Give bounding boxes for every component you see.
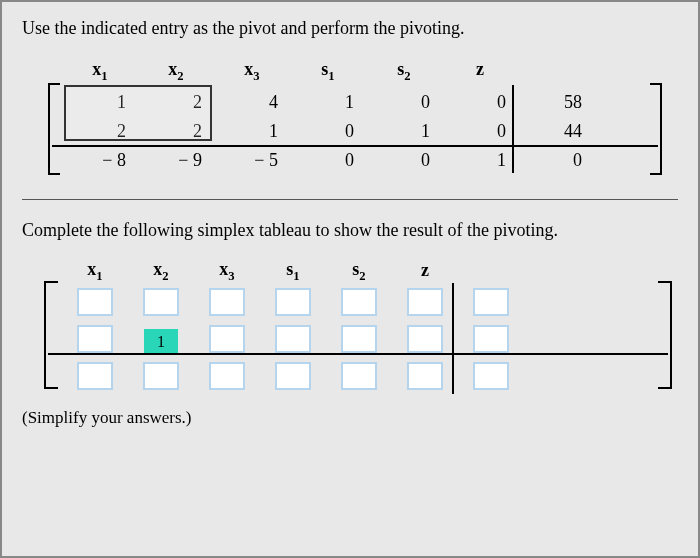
table-cell: 58: [518, 90, 594, 115]
section-divider: [22, 199, 678, 200]
answer-input-r2c2[interactable]: [210, 363, 244, 389]
z-column-separator: [452, 283, 454, 395]
answer-input-r2c5[interactable]: [408, 363, 442, 389]
table-cell: 0: [290, 119, 366, 144]
last-row-separator: [52, 145, 658, 147]
col-header-x3: x3: [194, 259, 260, 284]
answer-input-r0c1[interactable]: [144, 289, 178, 315]
answer-input-r2c6[interactable]: [474, 363, 508, 389]
col-header-x3: x3: [214, 57, 290, 86]
tableau-1: x1 x2 x3 s1 s2 z 1 2 4 1 0 0 58 2 2 1 0 …: [62, 57, 678, 173]
answer-input-r1c3[interactable]: [276, 326, 310, 352]
exercise-page: Use the indicated entry as the pivot and…: [0, 0, 700, 558]
answer-input-r0c6[interactable]: [474, 289, 508, 315]
answer-input-r0c3[interactable]: [276, 289, 310, 315]
col-header-s2: s2: [326, 259, 392, 284]
answer-input-r2c3[interactable]: [276, 363, 310, 389]
table-cell: 0: [366, 90, 442, 115]
col-header-s1: s1: [290, 57, 366, 86]
answer-input-r1c2[interactable]: [210, 326, 244, 352]
table-cell: 0: [366, 148, 442, 173]
pivot-cell: 2: [138, 119, 214, 144]
answer-input-r1c6[interactable]: [474, 326, 508, 352]
last-row-separator: [48, 353, 668, 355]
simplify-note: (Simplify your answers.): [22, 408, 678, 428]
tableau-2-grid: x1 x2 x3 s1 s2 z 1: [62, 259, 678, 395]
instruction-1: Use the indicated entry as the pivot and…: [22, 18, 678, 39]
col-header-rhs: [518, 57, 594, 86]
tableau-1-grid: x1 x2 x3 s1 s2 z 1 2 4 1 0 0 58 2 2 1 0 …: [62, 57, 678, 173]
table-cell: 44: [518, 119, 594, 144]
col-header-x1: x1: [62, 57, 138, 86]
table-cell: 0: [290, 148, 366, 173]
table-cell: 0: [518, 148, 594, 173]
col-header-z: z: [392, 260, 458, 281]
answer-input-r2c1[interactable]: [144, 363, 178, 389]
tableau-2: x1 x2 x3 s1 s2 z 1: [62, 259, 678, 395]
table-cell: 1: [366, 119, 442, 144]
table-cell: 1: [290, 90, 366, 115]
table-cell: 0: [442, 119, 518, 144]
table-cell: 1: [62, 90, 138, 115]
answer-input-r2c0[interactable]: [78, 363, 112, 389]
bracket-right: [650, 83, 662, 175]
table-cell: − 5: [214, 148, 290, 173]
bracket-left: [44, 281, 58, 389]
answer-input-r1c4[interactable]: [342, 326, 376, 352]
table-cell: 2: [138, 90, 214, 115]
fixed-pivot-value: 1: [144, 329, 178, 355]
bracket-left: [48, 83, 60, 175]
table-cell: − 9: [138, 148, 214, 173]
answer-input-r0c5[interactable]: [408, 289, 442, 315]
table-cell: 1: [442, 148, 518, 173]
bracket-right: [658, 281, 672, 389]
answer-input-r1c0[interactable]: [78, 326, 112, 352]
col-header-x1: x1: [62, 259, 128, 284]
table-cell: 1: [214, 119, 290, 144]
col-header-z: z: [442, 57, 518, 86]
col-header-x2: x2: [138, 57, 214, 86]
table-cell: 0: [442, 90, 518, 115]
col-header-s1: s1: [260, 259, 326, 284]
z-column-separator: [512, 85, 514, 173]
answer-input-r0c0[interactable]: [78, 289, 112, 315]
instruction-2: Complete the following simplex tableau t…: [22, 220, 678, 241]
col-header-s2: s2: [366, 57, 442, 86]
table-cell: − 8: [62, 148, 138, 173]
answer-input-r0c4[interactable]: [342, 289, 376, 315]
answer-input-r2c4[interactable]: [342, 363, 376, 389]
col-header-x2: x2: [128, 259, 194, 284]
answer-input-r1c5[interactable]: [408, 326, 442, 352]
answer-input-r0c2[interactable]: [210, 289, 244, 315]
table-cell: 4: [214, 90, 290, 115]
table-cell: 2: [62, 119, 138, 144]
